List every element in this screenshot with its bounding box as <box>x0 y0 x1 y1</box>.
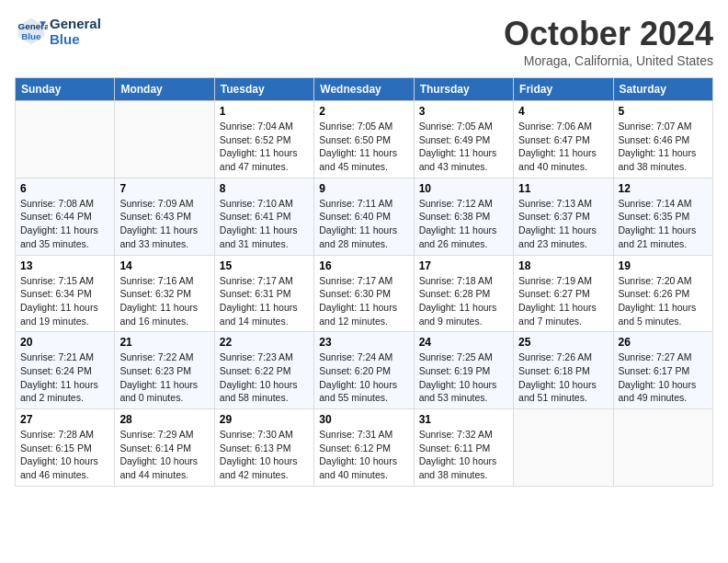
day-number: 26 <box>619 336 708 349</box>
logo-text-general: General <box>50 16 101 31</box>
day-number: 10 <box>419 182 508 195</box>
day-info: Sunrise: 7:20 AM Sunset: 6:26 PM Dayligh… <box>619 274 708 328</box>
day-info: Sunrise: 7:14 AM Sunset: 6:35 PM Dayligh… <box>619 197 708 251</box>
calendar-week-row: 27Sunrise: 7:28 AM Sunset: 6:15 PM Dayli… <box>16 409 713 487</box>
day-info: Sunrise: 7:25 AM Sunset: 6:19 PM Dayligh… <box>419 350 508 405</box>
day-number: 25 <box>518 336 608 349</box>
calendar-cell: 26Sunrise: 7:27 AM Sunset: 6:17 PM Dayli… <box>613 332 712 409</box>
day-info: Sunrise: 7:18 AM Sunset: 6:28 PM Dayligh… <box>419 274 508 328</box>
day-number: 19 <box>619 259 708 272</box>
logo-text-blue: Blue <box>50 31 101 47</box>
day-info: Sunrise: 7:26 AM Sunset: 6:18 PM Dayligh… <box>518 350 608 405</box>
day-info: Sunrise: 7:17 AM Sunset: 6:31 PM Dayligh… <box>220 274 309 328</box>
calendar-cell: 20Sunrise: 7:21 AM Sunset: 6:24 PM Dayli… <box>16 332 115 409</box>
day-info: Sunrise: 7:28 AM Sunset: 6:15 PM Dayligh… <box>20 428 109 482</box>
day-header-tuesday: Tuesday <box>214 78 313 101</box>
day-number: 8 <box>220 182 309 195</box>
day-info: Sunrise: 7:30 AM Sunset: 6:13 PM Dayligh… <box>220 428 309 482</box>
calendar-cell: 4Sunrise: 7:06 AM Sunset: 6:47 PM Daylig… <box>514 101 613 178</box>
day-header-wednesday: Wednesday <box>314 78 414 101</box>
calendar-cell: 5Sunrise: 7:07 AM Sunset: 6:46 PM Daylig… <box>613 101 712 178</box>
calendar-week-row: 13Sunrise: 7:15 AM Sunset: 6:34 PM Dayli… <box>16 255 713 332</box>
day-number: 14 <box>119 259 209 272</box>
calendar-table: SundayMondayTuesdayWednesdayThursdayFrid… <box>15 77 713 487</box>
calendar-cell: 16Sunrise: 7:17 AM Sunset: 6:30 PM Dayli… <box>314 255 414 332</box>
day-number: 31 <box>419 413 508 426</box>
calendar-cell: 24Sunrise: 7:25 AM Sunset: 6:19 PM Dayli… <box>414 332 513 409</box>
calendar-cell: 6Sunrise: 7:08 AM Sunset: 6:44 PM Daylig… <box>16 178 115 255</box>
day-info: Sunrise: 7:12 AM Sunset: 6:38 PM Dayligh… <box>419 197 508 251</box>
title-block: October 2024 Moraga, California, United … <box>504 15 713 68</box>
day-number: 30 <box>319 413 408 426</box>
day-info: Sunrise: 7:23 AM Sunset: 6:22 PM Dayligh… <box>220 350 309 405</box>
day-info: Sunrise: 7:17 AM Sunset: 6:30 PM Dayligh… <box>319 274 408 328</box>
calendar-cell <box>514 409 613 487</box>
day-number: 27 <box>20 413 109 426</box>
day-info: Sunrise: 7:09 AM Sunset: 6:43 PM Dayligh… <box>119 197 209 251</box>
calendar-week-row: 6Sunrise: 7:08 AM Sunset: 6:44 PM Daylig… <box>16 178 713 255</box>
logo: General Blue General Blue <box>15 15 101 48</box>
day-info: Sunrise: 7:27 AM Sunset: 6:17 PM Dayligh… <box>619 350 708 405</box>
day-number: 6 <box>20 182 109 195</box>
calendar-cell: 14Sunrise: 7:16 AM Sunset: 6:32 PM Dayli… <box>115 255 214 332</box>
calendar-cell: 27Sunrise: 7:28 AM Sunset: 6:15 PM Dayli… <box>16 409 115 487</box>
day-info: Sunrise: 7:13 AM Sunset: 6:37 PM Dayligh… <box>518 197 608 251</box>
day-info: Sunrise: 7:06 AM Sunset: 6:47 PM Dayligh… <box>518 120 608 174</box>
calendar-cell: 17Sunrise: 7:18 AM Sunset: 6:28 PM Dayli… <box>414 255 513 332</box>
calendar-cell: 8Sunrise: 7:10 AM Sunset: 6:41 PM Daylig… <box>214 178 313 255</box>
day-number: 15 <box>220 259 309 272</box>
day-info: Sunrise: 7:04 AM Sunset: 6:52 PM Dayligh… <box>220 120 309 174</box>
day-number: 9 <box>319 182 408 195</box>
calendar-cell: 25Sunrise: 7:26 AM Sunset: 6:18 PM Dayli… <box>514 332 613 409</box>
calendar-cell: 21Sunrise: 7:22 AM Sunset: 6:23 PM Dayli… <box>115 332 214 409</box>
calendar-cell: 3Sunrise: 7:05 AM Sunset: 6:49 PM Daylig… <box>414 101 513 178</box>
day-info: Sunrise: 7:08 AM Sunset: 6:44 PM Dayligh… <box>20 197 109 251</box>
calendar-cell: 19Sunrise: 7:20 AM Sunset: 6:26 PM Dayli… <box>613 255 712 332</box>
calendar-cell: 31Sunrise: 7:32 AM Sunset: 6:11 PM Dayli… <box>414 409 513 487</box>
day-info: Sunrise: 7:11 AM Sunset: 6:40 PM Dayligh… <box>319 197 408 251</box>
day-info: Sunrise: 7:16 AM Sunset: 6:32 PM Dayligh… <box>119 274 209 328</box>
day-info: Sunrise: 7:07 AM Sunset: 6:46 PM Dayligh… <box>619 120 708 174</box>
day-number: 20 <box>20 336 109 349</box>
calendar-cell <box>16 101 115 178</box>
calendar-header-row: SundayMondayTuesdayWednesdayThursdayFrid… <box>16 78 713 101</box>
day-info: Sunrise: 7:32 AM Sunset: 6:11 PM Dayligh… <box>419 428 508 482</box>
calendar-cell: 9Sunrise: 7:11 AM Sunset: 6:40 PM Daylig… <box>314 178 414 255</box>
day-number: 5 <box>619 105 708 118</box>
calendar-cell: 1Sunrise: 7:04 AM Sunset: 6:52 PM Daylig… <box>214 101 313 178</box>
day-number: 3 <box>419 105 508 118</box>
calendar-cell: 2Sunrise: 7:05 AM Sunset: 6:50 PM Daylig… <box>314 101 414 178</box>
day-info: Sunrise: 7:24 AM Sunset: 6:20 PM Dayligh… <box>319 350 408 405</box>
calendar-cell: 12Sunrise: 7:14 AM Sunset: 6:35 PM Dayli… <box>613 178 712 255</box>
day-number: 2 <box>319 105 408 118</box>
day-number: 21 <box>119 336 209 349</box>
calendar-cell: 28Sunrise: 7:29 AM Sunset: 6:14 PM Dayli… <box>115 409 214 487</box>
calendar-week-row: 1Sunrise: 7:04 AM Sunset: 6:52 PM Daylig… <box>16 101 713 178</box>
calendar-cell: 22Sunrise: 7:23 AM Sunset: 6:22 PM Dayli… <box>214 332 313 409</box>
svg-text:Blue: Blue <box>21 31 41 41</box>
calendar-cell: 29Sunrise: 7:30 AM Sunset: 6:13 PM Dayli… <box>214 409 313 487</box>
day-info: Sunrise: 7:15 AM Sunset: 6:34 PM Dayligh… <box>20 274 109 328</box>
day-number: 7 <box>119 182 209 195</box>
calendar-cell: 11Sunrise: 7:13 AM Sunset: 6:37 PM Dayli… <box>514 178 613 255</box>
calendar-week-row: 20Sunrise: 7:21 AM Sunset: 6:24 PM Dayli… <box>16 332 713 409</box>
page-header: General Blue General Blue October 2024 M… <box>15 15 713 68</box>
day-info: Sunrise: 7:05 AM Sunset: 6:49 PM Dayligh… <box>419 120 508 174</box>
day-number: 4 <box>518 105 608 118</box>
day-number: 24 <box>419 336 508 349</box>
day-header-thursday: Thursday <box>414 78 513 101</box>
day-number: 13 <box>20 259 109 272</box>
location: Moraga, California, United States <box>504 53 713 68</box>
day-header-monday: Monday <box>115 78 214 101</box>
day-info: Sunrise: 7:31 AM Sunset: 6:12 PM Dayligh… <box>319 428 408 482</box>
day-info: Sunrise: 7:21 AM Sunset: 6:24 PM Dayligh… <box>20 350 109 405</box>
day-number: 22 <box>220 336 309 349</box>
day-info: Sunrise: 7:29 AM Sunset: 6:14 PM Dayligh… <box>119 428 209 482</box>
calendar-cell: 13Sunrise: 7:15 AM Sunset: 6:34 PM Dayli… <box>16 255 115 332</box>
day-number: 12 <box>619 182 708 195</box>
calendar-cell: 7Sunrise: 7:09 AM Sunset: 6:43 PM Daylig… <box>115 178 214 255</box>
calendar-cell: 15Sunrise: 7:17 AM Sunset: 6:31 PM Dayli… <box>214 255 313 332</box>
day-info: Sunrise: 7:10 AM Sunset: 6:41 PM Dayligh… <box>220 197 309 251</box>
calendar-cell <box>613 409 712 487</box>
day-info: Sunrise: 7:19 AM Sunset: 6:27 PM Dayligh… <box>518 274 608 328</box>
